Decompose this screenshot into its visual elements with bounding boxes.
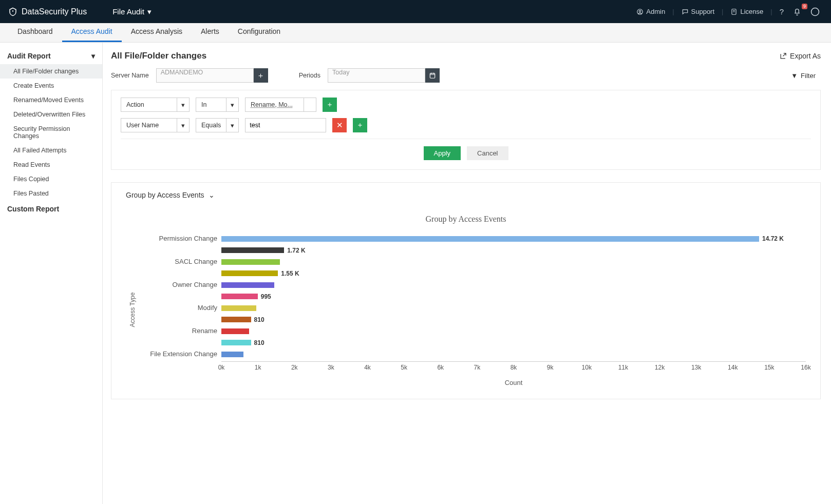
chart-ylabel: Access Type: [126, 233, 139, 386]
sidebar: Audit Report ▾ All File/Folder changesCr…: [0, 43, 103, 504]
profile-button[interactable]: [807, 5, 823, 18]
chevron-down-icon: ⌄: [209, 191, 215, 199]
app-brand: DataSecurity Plus: [8, 7, 87, 16]
export-button[interactable]: Export As: [779, 52, 821, 60]
sidebar-item[interactable]: Renamed/Moved Events: [0, 93, 102, 107]
filter-value-input[interactable]: [245, 118, 326, 132]
separator: |: [672, 8, 674, 15]
filter-op-select[interactable]: Equals ▾: [196, 118, 239, 132]
license-link[interactable]: License: [727, 6, 766, 17]
admin-text: Admin: [646, 8, 665, 15]
bell-icon: [793, 8, 801, 16]
sidebar-section-label: Audit Report: [7, 52, 51, 60]
groupby-label: Group by Access Events: [126, 191, 204, 199]
svg-point-1: [639, 10, 641, 12]
user-icon: [810, 7, 820, 16]
apply-button[interactable]: Apply: [424, 146, 461, 160]
notif-badge: 9: [802, 4, 807, 9]
filter-op-value: Equals: [196, 118, 226, 132]
sidebar-item[interactable]: Read Events: [0, 158, 102, 172]
admin-link[interactable]: Admin: [633, 6, 668, 17]
support-link[interactable]: Support: [678, 6, 718, 17]
help-icon: ?: [780, 7, 784, 16]
module-dropdown[interactable]: File Audit ▾: [112, 7, 152, 16]
periods-select[interactable]: Today: [328, 68, 425, 83]
brand-text: DataSecurity Plus: [22, 7, 87, 16]
chat-icon: [682, 8, 689, 15]
chevron-down-icon[interactable]: ▾: [177, 98, 190, 112]
filter-field-select[interactable]: User Name ▾: [121, 118, 190, 132]
periods-label: Periods: [299, 72, 320, 79]
filter-op-select[interactable]: In ▾: [196, 98, 239, 112]
tab-alerts[interactable]: Alerts: [192, 22, 229, 42]
svg-point-3: [811, 8, 819, 15]
filter-value: Rename, Mo...: [245, 98, 304, 112]
filter-field-value: Action: [121, 98, 177, 112]
sidebar-item[interactable]: Deleted/Overwritten Files: [0, 107, 102, 122]
separator: |: [722, 8, 723, 15]
tab-configuration[interactable]: Configuration: [229, 22, 290, 42]
license-icon: [730, 8, 738, 15]
sidebar-item[interactable]: Files Copied: [0, 172, 102, 186]
tab-access-analysis[interactable]: Access Analysis: [122, 22, 192, 42]
sidebar-section-label: Custom Report: [7, 205, 59, 213]
remove-filter-row-button[interactable]: ✕: [332, 118, 347, 132]
chart-xlabel: Count: [221, 379, 806, 386]
cancel-button[interactable]: Cancel: [467, 146, 508, 160]
filter-label: Filter: [801, 72, 816, 80]
sidebar-item[interactable]: All File/Folder changes: [0, 64, 102, 79]
sidebar-item[interactable]: Create Events: [0, 79, 102, 93]
chart-xaxis: 0k1k2k3k4k5k6k7k8k9k10k11k12k13k14k15k16…: [221, 362, 806, 377]
server-name-select[interactable]: ADMANDEMO: [156, 68, 254, 83]
export-icon: [779, 52, 787, 60]
filter-value-select[interactable]: Rename, Mo... ＋: [245, 98, 316, 112]
main-tabs: DashboardAccess AuditAccess AnalysisAler…: [0, 23, 831, 43]
separator: |: [770, 8, 772, 15]
chevron-down-icon[interactable]: ▾: [177, 118, 190, 132]
add-filter-row-button[interactable]: ＋: [323, 98, 337, 112]
admin-icon: [636, 8, 644, 15]
add-filter-row-button[interactable]: ＋: [353, 118, 367, 132]
calendar-icon: [429, 72, 436, 79]
sidebar-item[interactable]: Security Permission Changes: [0, 122, 102, 143]
server-name-label: Server Name: [111, 72, 149, 79]
filter-field-select[interactable]: Action ▾: [121, 98, 190, 112]
add-server-button[interactable]: ＋: [254, 68, 268, 83]
calendar-button[interactable]: [425, 68, 440, 83]
caret-down-icon: ▾: [147, 7, 152, 16]
chart-categories: Permission ChangeSACL ChangeOwner Change…: [139, 233, 221, 360]
module-label: File Audit: [112, 7, 144, 16]
sidebar-item[interactable]: All Failed Attempts: [0, 143, 102, 158]
chart-title: Group by Access Events: [126, 215, 806, 224]
sidebar-section-custom-report[interactable]: Custom Report: [0, 201, 102, 217]
shield-icon: [8, 7, 17, 16]
help-link[interactable]: ?: [777, 5, 787, 18]
export-label: Export As: [790, 52, 821, 60]
sidebar-item[interactable]: Files Pasted: [0, 186, 102, 201]
groupby-dropdown[interactable]: Group by Access Events ⌄: [126, 191, 806, 199]
tab-access-audit[interactable]: Access Audit: [62, 22, 122, 42]
support-text: Support: [691, 8, 715, 15]
page-title: All File/Folder changes: [111, 51, 206, 61]
sidebar-section-audit-report[interactable]: Audit Report ▾: [0, 48, 102, 64]
chevron-down-icon[interactable]: ▾: [226, 98, 239, 112]
caret-down-icon: ▾: [91, 52, 95, 60]
notifications-button[interactable]: 9: [790, 6, 804, 18]
tab-dashboard[interactable]: Dashboard: [8, 22, 62, 42]
chart-bars: 14.72 K1.72 K1.55 K995810810: [221, 233, 806, 360]
filter-panel: Action ▾ In ▾ Rename, Mo... ＋ ＋ User Nam…: [111, 90, 821, 170]
svg-rect-4: [430, 73, 435, 78]
filter-op-value: In: [196, 98, 226, 112]
filter-icon: ▼: [791, 72, 798, 80]
chart-panel: Group by Access Events ⌄ Group by Access…: [111, 182, 821, 399]
license-text: License: [740, 8, 763, 15]
filter-toggle[interactable]: ▼ Filter: [786, 69, 821, 82]
chevron-down-icon[interactable]: ▾: [226, 118, 239, 132]
filter-field-value: User Name: [121, 118, 177, 132]
add-value-button[interactable]: ＋: [304, 98, 316, 112]
